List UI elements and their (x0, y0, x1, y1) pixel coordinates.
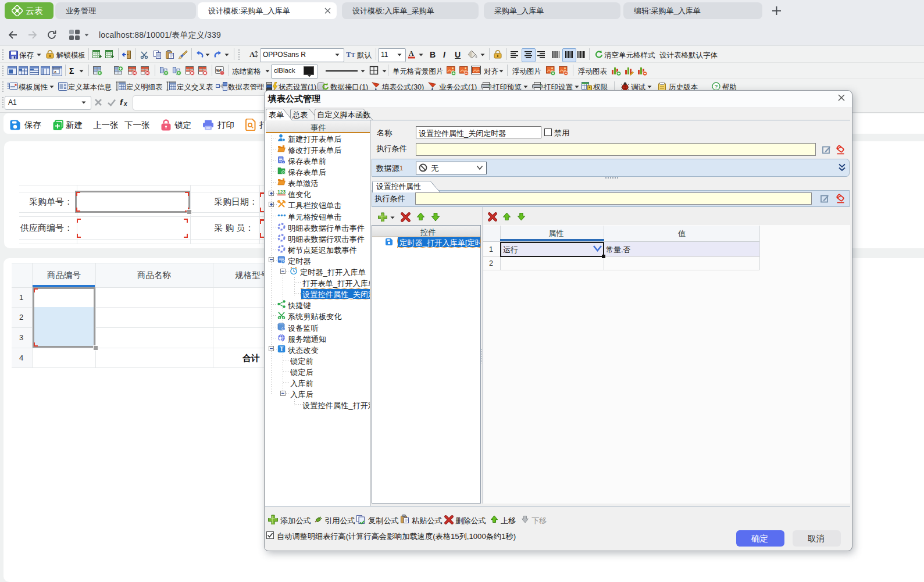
svg-text:?: ? (715, 83, 718, 90)
svg-text:T: T (346, 50, 351, 58)
svg-text:T: T (351, 52, 355, 58)
svg-text:A: A (249, 50, 255, 59)
svg-text:a: a (54, 70, 56, 74)
svg-text:123: 123 (277, 189, 286, 195)
svg-text:A: A (409, 49, 414, 58)
